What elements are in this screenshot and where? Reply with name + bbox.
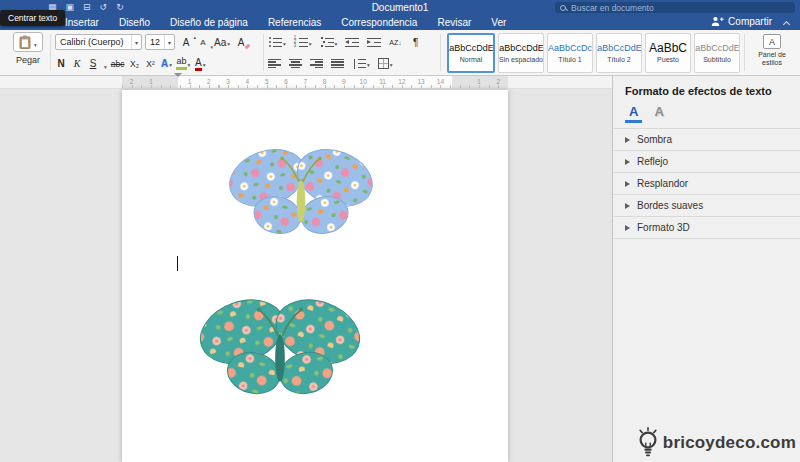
- ribbon-tab[interactable]: Referencias: [258, 15, 331, 30]
- show-paragraph-marks-button[interactable]: ¶: [410, 35, 422, 50]
- style-card[interactable]: AaBbCcDdEe Sin espaciado: [498, 33, 544, 73]
- effects-section-label: Reflejo: [637, 156, 668, 167]
- chevron-down-icon[interactable]: [103, 55, 107, 73]
- triangle-right-icon: [625, 181, 630, 187]
- subscript-button[interactable]: X₂: [128, 56, 140, 71]
- collapse-ribbon-button[interactable]: [780, 17, 792, 29]
- align-left-icon: [268, 59, 281, 69]
- strikethrough-button[interactable]: abc: [111, 56, 125, 71]
- ribbon-tab[interactable]: Correspondencia: [331, 15, 427, 30]
- increase-indent-button[interactable]: [367, 35, 381, 50]
- save-icon[interactable]: ▣: [66, 3, 75, 12]
- ruler-number: 13: [411, 76, 430, 88]
- butterfly-image-teal[interactable]: [182, 286, 378, 402]
- style-label: Título 1: [558, 55, 581, 64]
- grow-font-button[interactable]: A: [180, 35, 192, 50]
- line-spacing-button[interactable]: [352, 56, 370, 71]
- share-button[interactable]: Compartir: [711, 16, 772, 27]
- chevron-up-icon: [782, 21, 789, 28]
- lightbulb-icon: [636, 427, 660, 458]
- highlight-color-button[interactable]: ab: [176, 56, 190, 71]
- font-format-row: N K S abc X₂ X² A ab A: [55, 55, 206, 72]
- style-preview: AaBbCcDc: [548, 42, 592, 55]
- ribbon: Pegar Calibri (Cuerpo) 12 A A Aa A N K S…: [0, 30, 800, 76]
- effects-section-label: Sombra: [637, 134, 672, 145]
- decrease-indent-button[interactable]: [345, 35, 359, 50]
- word-window: ▦ ▣ ⊟ ↺ ↻ Documento1 Buscar en documento…: [0, 0, 800, 462]
- styles-pane-icon: A: [763, 34, 781, 49]
- paste-button[interactable]: [13, 32, 43, 52]
- effects-section[interactable]: Reflejo: [613, 151, 800, 173]
- align-left-button[interactable]: [268, 56, 281, 71]
- font-size-select[interactable]: 12: [145, 34, 175, 50]
- change-case-button[interactable]: Aa: [214, 35, 230, 50]
- clear-formatting-button[interactable]: A: [235, 35, 247, 50]
- change-case-label: Aa: [214, 37, 226, 48]
- triangle-right-icon: [625, 137, 630, 143]
- effects-section[interactable]: Formato 3D: [613, 217, 800, 239]
- ruler-number: 5: [257, 76, 276, 88]
- numbered-list-button[interactable]: [294, 35, 312, 50]
- triangle-right-icon: [625, 225, 630, 231]
- superscript-button[interactable]: X²: [144, 56, 156, 71]
- text-effects-panel: Formato de efectos de texto A A Sombra R…: [612, 76, 800, 462]
- ribbon-tab[interactable]: Ver: [481, 15, 516, 30]
- bold-button[interactable]: N: [55, 56, 67, 71]
- borders-button[interactable]: [378, 56, 393, 71]
- font-name-value: Calibri (Cuerpo): [60, 37, 129, 47]
- align-center-button[interactable]: [289, 56, 302, 71]
- group-separator: [440, 34, 441, 71]
- align-right-button[interactable]: [310, 56, 323, 71]
- ruler-number: 14: [431, 76, 450, 88]
- highlight-label: ab: [176, 57, 186, 70]
- text-effects-tab-fill[interactable]: A: [625, 104, 642, 123]
- effects-section[interactable]: Bordes suaves: [613, 195, 800, 217]
- sort-button[interactable]: AZ: [389, 35, 401, 50]
- style-card[interactable]: AaBbCcDdEe Normal: [447, 33, 495, 73]
- tooltip-centrar-texto: Centrar texto: [0, 10, 65, 26]
- font-name-select[interactable]: Calibri (Cuerpo): [55, 34, 142, 50]
- ruler-number: 12: [392, 76, 411, 88]
- font-color-button[interactable]: A: [194, 56, 206, 71]
- bullet-list-icon: [268, 37, 282, 48]
- style-card[interactable]: AaBbCcDc Título 1: [547, 33, 593, 73]
- ribbon-tab[interactable]: Revisar: [427, 15, 481, 30]
- text-effects-tab-outline[interactable]: A: [650, 104, 667, 123]
- person-plus-icon: [711, 16, 724, 27]
- ribbon-tab[interactable]: Diseño: [109, 15, 160, 30]
- style-card[interactable]: AaBbCcDdEe Título 2: [596, 33, 642, 73]
- shrink-font-button[interactable]: A: [197, 35, 209, 50]
- ruler-number: 2: [199, 76, 218, 88]
- chevron-down-icon: [168, 58, 172, 69]
- print-icon[interactable]: ⊟: [83, 3, 91, 12]
- multilevel-list-button[interactable]: [320, 35, 338, 50]
- justify-button[interactable]: [331, 56, 344, 71]
- undo-icon[interactable]: ↺: [100, 3, 108, 12]
- styles-pane-button[interactable]: A Panel de estilos: [748, 34, 796, 67]
- ribbon-tab[interactable]: Diseño de página: [160, 15, 258, 30]
- italic-button[interactable]: K: [71, 56, 83, 71]
- style-card[interactable]: AaBbCcDdEe Subtítulo: [694, 33, 740, 73]
- align-right-icon: [310, 59, 323, 69]
- align-center-icon: [289, 59, 302, 69]
- search-box[interactable]: Buscar en documento: [555, 2, 795, 13]
- style-label: Normal: [460, 55, 483, 64]
- multilevel-list-icon: [320, 37, 334, 48]
- effects-section[interactable]: Sombra: [613, 129, 800, 151]
- ruler-number: 6: [276, 76, 295, 88]
- ruler-number: 3: [218, 76, 237, 88]
- font-tools-row: A A Aa A: [180, 34, 247, 50]
- redo-icon[interactable]: ↻: [116, 3, 124, 12]
- ruler-number: [450, 76, 469, 88]
- triangle-right-icon: [625, 203, 630, 209]
- underline-button[interactable]: S: [87, 56, 99, 71]
- document-page[interactable]: [122, 90, 508, 462]
- effects-section[interactable]: Resplandor: [613, 173, 800, 195]
- butterfly-image-blue[interactable]: [222, 137, 380, 241]
- text-effects-button[interactable]: A: [160, 56, 172, 71]
- numbered-list-icon: [294, 37, 308, 48]
- bullet-list-button[interactable]: [268, 35, 286, 50]
- clipboard-icon: [19, 35, 31, 49]
- antenna-tip: [257, 308, 261, 312]
- style-card[interactable]: AaBbC Puesto: [645, 33, 691, 73]
